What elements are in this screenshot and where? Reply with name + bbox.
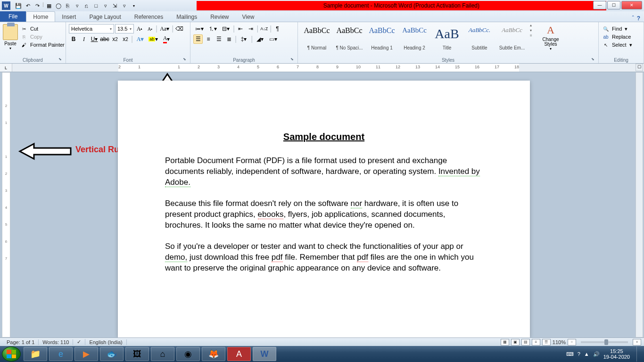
strikethrough-button[interactable]: abc [100, 34, 109, 44]
taskbar-chrome[interactable]: ◉ [176, 347, 200, 361]
font-launcher-icon[interactable]: ⬊ [182, 57, 187, 63]
paste-button[interactable]: Paste ▾ [3, 23, 18, 50]
paragraph-launcher-icon[interactable]: ⬊ [289, 57, 295, 63]
grow-font-button[interactable]: A▴ [135, 24, 144, 33]
zoom-slider[interactable] [581, 341, 628, 343]
select-button[interactable]: ↖Select ▾ [602, 41, 633, 49]
styles-more-button[interactable]: ▴▾≡ [530, 23, 537, 38]
minimize-button[interactable]: — [593, 1, 606, 9]
help-icon[interactable]: ? [637, 15, 640, 22]
page-status[interactable]: Page: 1 of 1 [3, 339, 39, 345]
style-item-4[interactable]: AaBTitle [431, 24, 463, 51]
qat-item-7[interactable]: ▿ [101, 1, 110, 10]
tab-home[interactable]: Home [26, 11, 55, 22]
taskbar-app-2[interactable]: 🖼 [125, 347, 149, 361]
word-app-icon[interactable]: W [2, 1, 10, 10]
superscript-button[interactable]: x2 [121, 34, 130, 44]
clear-formatting-button[interactable]: ⌫ [174, 24, 184, 33]
style-item-3[interactable]: AaBbCcHeading 2 [398, 24, 430, 51]
increase-indent-button[interactable]: ⇥ [246, 24, 256, 33]
qat-item-5[interactable]: ⎌ [83, 1, 91, 10]
undo-icon[interactable]: ↶ [24, 1, 32, 10]
zoom-level[interactable]: 110% [553, 339, 566, 345]
taskbar-ie[interactable]: e [49, 347, 73, 361]
tab-insert[interactable]: Insert [55, 12, 83, 22]
line-spacing-button[interactable]: ‡▾ [238, 34, 250, 44]
full-screen-view[interactable]: ▣ [511, 339, 520, 346]
zoom-in-button[interactable]: + [633, 339, 641, 346]
taskbar-media-player[interactable]: ▶ [74, 347, 98, 361]
font-color-button[interactable]: A▾ [160, 34, 173, 44]
style-item-2[interactable]: AaBbCcHeading 1 [366, 24, 398, 51]
font-name-combo[interactable]: Helvetica▾ [69, 24, 114, 33]
style-item-5[interactable]: AaBbCc.Subtitle [463, 24, 495, 51]
decrease-indent-button[interactable]: ⇤ [236, 24, 245, 33]
tab-file[interactable]: File [0, 11, 26, 22]
qat-customize-icon[interactable]: ▾ [130, 1, 138, 10]
taskbar-adobe[interactable]: A [227, 347, 251, 361]
taskbar-app-1[interactable]: 🐟 [100, 347, 124, 361]
style-item-0[interactable]: AaBbCc¶ Normal [301, 24, 333, 51]
outline-view[interactable]: ≡ [532, 339, 540, 346]
qat-item-3[interactable]: ⎘ [64, 1, 72, 10]
redo-icon[interactable]: ↷ [33, 1, 41, 10]
show-marks-button[interactable]: ¶ [272, 24, 282, 33]
subscript-button[interactable]: x2 [110, 34, 120, 44]
style-item-6[interactable]: AaBbCcSubtle Em... [496, 24, 528, 51]
tab-review[interactable]: Review [204, 12, 235, 22]
copy-button[interactable]: ⎘Copy [20, 33, 66, 41]
qat-item-2[interactable]: ◯ [54, 1, 63, 10]
sort-button[interactable]: A↓Z [259, 24, 269, 33]
qat-item-9[interactable]: ▿ [120, 1, 129, 10]
justify-button[interactable]: ≣ [224, 34, 234, 44]
proofing-icon[interactable]: ✓ [73, 339, 85, 345]
close-button[interactable]: ✕ [621, 1, 642, 9]
format-painter-button[interactable]: 🖌Format Painter [20, 41, 66, 49]
italic-button[interactable]: I [79, 34, 89, 44]
tray-volume-icon[interactable]: 🔊 [593, 351, 600, 357]
tab-view[interactable]: View [236, 12, 261, 22]
shading-button[interactable]: ◢▾ [254, 34, 266, 44]
qat-item-4[interactable]: ▿ [73, 1, 82, 10]
maximize-button[interactable]: ☐ [607, 1, 620, 9]
taskbar-explorer[interactable]: 📁 [24, 347, 47, 361]
style-item-1[interactable]: AaBbCc¶ No Spaci... [333, 24, 365, 51]
word-count[interactable]: Words: 110 [39, 339, 73, 345]
tab-mailings[interactable]: Mailings [170, 12, 204, 22]
tab-references[interactable]: References [128, 12, 170, 22]
horizontal-ruler[interactable]: 21123456789101112131415161718 [118, 64, 519, 72]
ruler-toggle-button[interactable]: ▢ [636, 64, 643, 71]
web-layout-view[interactable]: ▤ [521, 339, 530, 346]
align-left-button[interactable]: ☰ [193, 34, 203, 44]
font-size-combo[interactable]: 13.5▾ [115, 24, 134, 33]
save-icon[interactable]: 💾 [14, 1, 23, 10]
change-case-button[interactable]: Aa▾ [158, 24, 171, 33]
bullets-button[interactable]: ≔▾ [193, 24, 206, 33]
vertical-scrollbar[interactable] [636, 72, 643, 337]
paste-dropdown-icon[interactable]: ▾ [9, 46, 11, 50]
qat-item-6[interactable]: □ [92, 1, 100, 10]
vertical-ruler[interactable]: 211234567 [2, 72, 10, 337]
find-button[interactable]: 🔍Find ▾ [602, 25, 633, 33]
minimize-ribbon-icon[interactable]: ˆ [632, 15, 634, 22]
bold-button[interactable]: B [69, 34, 78, 44]
highlight-button[interactable]: ab▾ [147, 34, 159, 44]
cut-button[interactable]: ✂Cut [20, 25, 66, 33]
show-desktop-button[interactable] [636, 346, 641, 362]
tray-icon-1[interactable]: ⌨ [566, 351, 574, 357]
taskbar-word[interactable]: W [253, 347, 276, 361]
start-button[interactable] [2, 346, 21, 362]
align-right-button[interactable]: ☰ [214, 34, 223, 44]
replace-button[interactable]: abReplace [602, 33, 633, 41]
taskbar-firefox[interactable]: 🦊 [202, 347, 225, 361]
tab-page-layout[interactable]: Page Layout [83, 12, 127, 22]
print-layout-view[interactable]: ▦ [501, 339, 509, 346]
document-page[interactable]: Sample document Portable Document Format… [118, 81, 530, 337]
clipboard-launcher-icon[interactable]: ⬊ [57, 57, 63, 63]
zoom-out-button[interactable]: − [568, 339, 576, 346]
change-styles-button[interactable]: A Change Styles ▾ [539, 23, 562, 51]
taskbar-app-3[interactable]: ⌂ [151, 347, 174, 361]
underline-button[interactable]: U▾ [90, 34, 99, 44]
styles-launcher-icon[interactable]: ⬊ [590, 57, 595, 63]
shrink-font-button[interactable]: A▾ [145, 24, 155, 33]
